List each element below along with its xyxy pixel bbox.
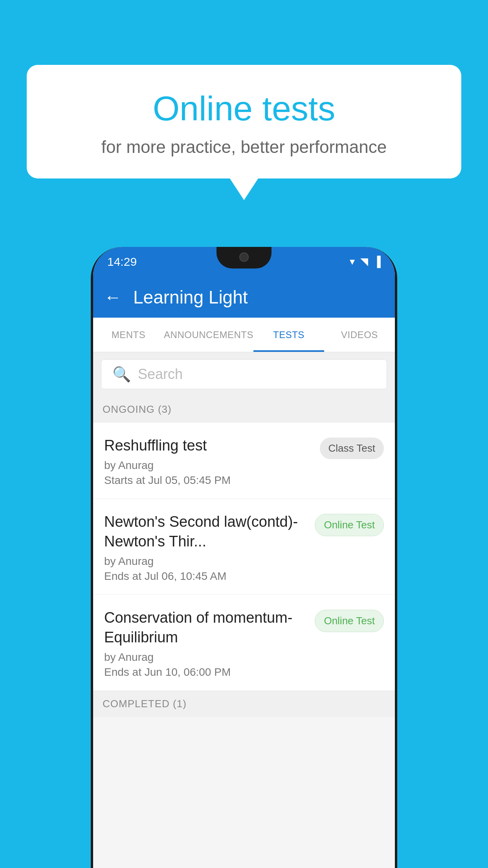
test-list: Reshuffling test by Anurag Starts at Jul… bbox=[93, 423, 395, 691]
completed-section-header: COMPLETED (1) bbox=[93, 691, 395, 717]
status-time: 14:29 bbox=[107, 255, 137, 268]
signal-icon: ◥ bbox=[360, 256, 368, 268]
tabs-bar: MENTS ANNOUNCEMENTS TESTS VIDEOS bbox=[93, 318, 395, 352]
tab-announcements[interactable]: ANNOUNCEMENTS bbox=[164, 318, 253, 352]
status-icons: ▾ ◥ ▐ bbox=[350, 256, 381, 268]
test-info-2: Newton's Second law(contd)-Newton's Thir… bbox=[104, 512, 315, 583]
search-container: 🔍 Search bbox=[93, 352, 395, 396]
search-icon: 🔍 bbox=[112, 366, 131, 383]
test-name-3: Conservation of momentum-Equilibrium bbox=[104, 608, 307, 647]
test-badge-2: Online Test bbox=[315, 514, 384, 536]
tab-ments[interactable]: MENTS bbox=[93, 318, 164, 352]
test-author-1: by Anurag bbox=[104, 459, 312, 472]
test-author-3: by Anurag bbox=[104, 651, 307, 664]
wifi-icon: ▾ bbox=[350, 256, 355, 268]
test-badge-3: Online Test bbox=[315, 610, 384, 632]
battery-icon: ▐ bbox=[374, 256, 381, 268]
phone-frame: 14:29 ▾ ◥ ▐ ← Learning Light MENTS ANNOU… bbox=[91, 247, 397, 868]
front-camera bbox=[239, 252, 249, 262]
status-bar: 14:29 ▾ ◥ ▐ bbox=[93, 247, 395, 276]
test-info-3: Conservation of momentum-Equilibrium by … bbox=[104, 608, 315, 679]
speech-bubble: Online tests for more practice, better p… bbox=[27, 65, 461, 178]
test-date-3: Ends at Jun 10, 06:00 PM bbox=[104, 666, 307, 679]
test-info-1: Reshuffling test by Anurag Starts at Jul… bbox=[104, 436, 320, 487]
test-item-3[interactable]: Conservation of momentum-Equilibrium by … bbox=[93, 595, 395, 691]
phone-screen: 14:29 ▾ ◥ ▐ ← Learning Light MENTS ANNOU… bbox=[93, 247, 395, 868]
test-name-2: Newton's Second law(contd)-Newton's Thir… bbox=[104, 512, 307, 551]
app-bar-title: Learning Light bbox=[133, 287, 248, 308]
test-badge-1: Class Test bbox=[320, 438, 384, 459]
test-item-1[interactable]: Reshuffling test by Anurag Starts at Jul… bbox=[93, 423, 395, 499]
back-button[interactable]: ← bbox=[104, 287, 121, 307]
speech-bubble-subtitle: for more practice, better performance bbox=[58, 137, 430, 157]
app-bar: ← Learning Light bbox=[93, 276, 395, 318]
test-date-1: Starts at Jul 05, 05:45 PM bbox=[104, 474, 312, 487]
test-item-2[interactable]: Newton's Second law(contd)-Newton's Thir… bbox=[93, 499, 395, 595]
test-date-2: Ends at Jul 06, 10:45 AM bbox=[104, 570, 307, 583]
test-author-2: by Anurag bbox=[104, 555, 307, 568]
tab-tests[interactable]: TESTS bbox=[253, 318, 324, 352]
notch bbox=[216, 247, 272, 268]
speech-bubble-title: Online tests bbox=[58, 88, 430, 129]
tab-videos[interactable]: VIDEOS bbox=[324, 318, 395, 352]
search-bar[interactable]: 🔍 Search bbox=[101, 359, 387, 389]
ongoing-section-header: ONGOING (3) bbox=[93, 396, 395, 423]
search-input[interactable]: Search bbox=[138, 366, 183, 383]
test-name-1: Reshuffling test bbox=[104, 436, 312, 455]
